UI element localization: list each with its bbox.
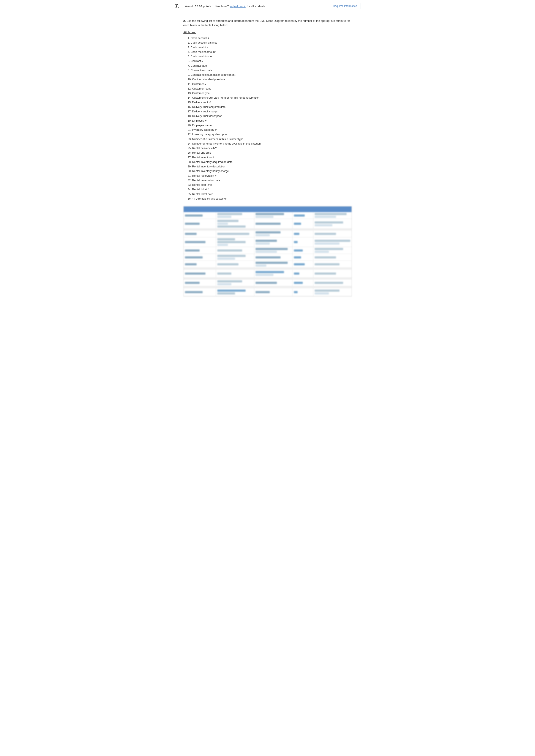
table-cell[interactable] xyxy=(216,237,254,247)
list-item: 14. Customer's credit card number for th… xyxy=(188,95,352,100)
table-section xyxy=(183,206,352,296)
table-cell[interactable] xyxy=(254,230,293,237)
table-cell[interactable] xyxy=(216,219,254,229)
table-cell[interactable] xyxy=(254,254,293,261)
table-cell[interactable] xyxy=(293,237,313,247)
table-cell[interactable] xyxy=(313,288,352,296)
award-points: 10.00 points xyxy=(195,5,211,8)
table-cell xyxy=(183,219,216,229)
list-item: 35. Rental ticket date xyxy=(188,192,352,197)
table-cell[interactable] xyxy=(216,230,254,237)
list-item: 20. Employee name xyxy=(188,123,352,128)
table-row[interactable] xyxy=(183,269,352,278)
main-content: 2. Use the following list of attributes … xyxy=(171,12,365,305)
table-cell[interactable] xyxy=(216,254,254,261)
question-text: 2. Use the following list of attributes … xyxy=(183,19,352,27)
list-item: 17. Delivery truck charge xyxy=(188,109,352,114)
table-row[interactable] xyxy=(183,288,352,296)
table-gap xyxy=(183,268,352,269)
list-item: 3. Cash receipt # xyxy=(188,45,352,50)
table-cell[interactable] xyxy=(293,212,313,219)
table-cell[interactable] xyxy=(254,212,293,219)
table-cell[interactable] xyxy=(254,288,293,296)
list-item: 23. Number of customers in this customer… xyxy=(188,137,352,142)
list-item: 24. Number of rental inventory items ava… xyxy=(188,142,352,146)
list-item: 1. Cash account # xyxy=(188,36,352,40)
list-item: 19. Employee # xyxy=(188,119,352,123)
table-cell[interactable] xyxy=(216,261,254,268)
table-row[interactable] xyxy=(183,212,352,219)
table-cell[interactable] xyxy=(216,212,254,219)
table-row[interactable] xyxy=(183,254,352,261)
table-cell[interactable] xyxy=(293,288,313,296)
list-item: 7. Contract date xyxy=(188,64,352,68)
table-row[interactable] xyxy=(183,230,352,237)
table-cell[interactable] xyxy=(313,269,352,278)
table-cell xyxy=(183,212,216,219)
table-cell[interactable] xyxy=(293,261,313,268)
list-item: 27. Rental inventory # xyxy=(188,155,352,160)
table-cell[interactable] xyxy=(254,247,293,254)
table-cell[interactable] xyxy=(313,254,352,261)
table-cell xyxy=(183,261,216,268)
list-item: 25. Rental delivery Y/N? xyxy=(188,146,352,150)
table-cell[interactable] xyxy=(313,212,352,219)
table-cell[interactable] xyxy=(293,269,313,278)
table-cell[interactable] xyxy=(293,247,313,254)
table-cell[interactable] xyxy=(313,230,352,237)
table-cell xyxy=(183,247,216,254)
table-cell[interactable] xyxy=(254,237,293,247)
table-cell[interactable] xyxy=(313,237,352,247)
list-item: 30. Rental inventory hourly charge xyxy=(188,169,352,174)
table-cell[interactable] xyxy=(293,254,313,261)
list-item: 28. Rental inventory acquired on date xyxy=(188,160,352,164)
table-row[interactable] xyxy=(183,247,352,254)
table-cell[interactable] xyxy=(254,261,293,268)
table-row[interactable] xyxy=(183,237,352,247)
table-cell[interactable] xyxy=(293,219,313,229)
table-cell xyxy=(183,269,216,278)
problems-text: Problems? xyxy=(215,5,229,8)
table-cell[interactable] xyxy=(313,219,352,229)
award-label: Award: xyxy=(185,5,194,8)
list-item: 9. Contract minimum dollar commitment xyxy=(188,73,352,77)
list-item: 13. Customer type xyxy=(188,91,352,95)
attributes-heading: Attributes: xyxy=(183,31,352,34)
list-item: 22. Inventory category description xyxy=(188,132,352,137)
table-cell[interactable] xyxy=(216,288,254,296)
table-cell[interactable] xyxy=(313,261,352,268)
table-cell xyxy=(183,237,216,247)
adjust-credit-link[interactable]: Adjust credit xyxy=(230,5,246,8)
required-info-button[interactable]: Required information xyxy=(330,3,360,9)
table-header xyxy=(183,206,352,212)
list-item: 2. Cash account balance xyxy=(188,40,352,45)
question-description: Use the following list of attributes and… xyxy=(183,19,350,27)
table-gap xyxy=(183,278,352,280)
header: 7. Award: 10.00 points Problems? Adjust … xyxy=(171,0,365,12)
list-item: 6. Contract # xyxy=(188,59,352,64)
list-item: 4. Cash receipt amount xyxy=(188,50,352,54)
table-cell[interactable] xyxy=(216,247,254,254)
list-item: 33. Rental start time xyxy=(188,183,352,187)
table-row[interactable] xyxy=(183,280,352,286)
list-item: 5. Cash receipt date xyxy=(188,54,352,59)
list-item: 11. Customer # xyxy=(188,82,352,87)
question-number-label: 2. xyxy=(183,19,186,22)
attributes-list: 1. Cash account # 2. Cash account balanc… xyxy=(188,36,352,201)
list-item: 34. Rental ticket # xyxy=(188,187,352,192)
for-students-text: for all students. xyxy=(247,5,266,8)
table-row[interactable] xyxy=(183,219,352,229)
table-cell[interactable] xyxy=(293,230,313,237)
table-cell[interactable] xyxy=(254,280,293,286)
table-cell[interactable] xyxy=(313,280,352,286)
table-cell xyxy=(183,230,216,237)
list-item: 32. Rental reservation date xyxy=(188,178,352,183)
table-cell[interactable] xyxy=(254,219,293,229)
table-cell[interactable] xyxy=(254,269,293,278)
table-cell[interactable] xyxy=(293,280,313,286)
table-row[interactable] xyxy=(183,261,352,268)
table-cell[interactable] xyxy=(216,269,254,278)
table-cell[interactable] xyxy=(216,280,254,286)
table-cell[interactable] xyxy=(313,247,352,254)
answer-table[interactable] xyxy=(183,206,352,296)
